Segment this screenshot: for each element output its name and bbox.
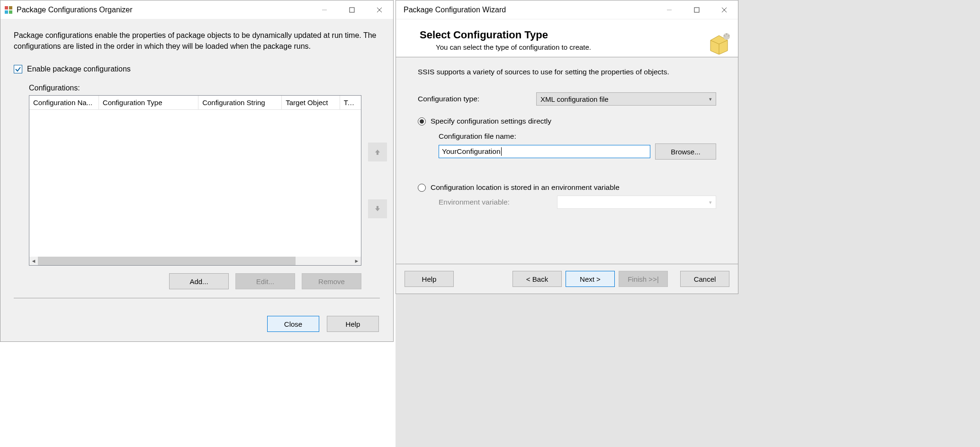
file-label: Configuration file name: (439, 132, 716, 141)
organizer-titlebar[interactable]: Package Configurations Organizer (0, 0, 393, 19)
close-button[interactable] (710, 0, 738, 19)
svg-rect-0 (5, 6, 8, 9)
grid-body[interactable] (29, 110, 361, 257)
scroll-track[interactable] (38, 257, 352, 265)
close-main-button[interactable]: Close (267, 316, 319, 332)
enable-label: Enable package configurations (27, 65, 131, 73)
scroll-right-icon[interactable]: ► (352, 257, 361, 265)
cancel-button[interactable]: Cancel (680, 271, 729, 287)
config-type-combo[interactable]: XML configuration file ▾ (536, 92, 716, 106)
organizer-footer: Close Help (14, 316, 380, 332)
minimize-button[interactable] (656, 0, 683, 19)
chevron-down-icon: ▾ (709, 96, 712, 102)
wizard-window-buttons (656, 0, 738, 19)
col-type[interactable]: Configuration Type (99, 96, 198, 109)
wizard-body: SSIS supports a variety of sources to us… (396, 57, 738, 264)
direct-radio-row[interactable]: Specify configuration settings directly (418, 117, 716, 125)
organizer-title: Package Configurations Organizer (17, 6, 133, 14)
col-targprop[interactable]: Targ (340, 96, 361, 109)
config-type-row: Configuration type: XML configuration fi… (418, 92, 716, 106)
organizer-body: Package configurations enable the proper… (0, 19, 393, 341)
browse-button[interactable]: Browse... (655, 143, 716, 160)
col-target[interactable]: Target Object (282, 96, 340, 109)
backdrop (396, 294, 738, 447)
svg-rect-3 (9, 10, 12, 14)
move-down-button[interactable] (368, 199, 387, 218)
direct-radio-label: Specify configuration settings directly (431, 117, 551, 125)
organizer-window: Package Configurations Organizer Package… (0, 0, 394, 342)
direct-radio[interactable] (418, 117, 426, 125)
grid-header: Configuration Na... Configuration Type C… (29, 96, 361, 110)
help-main-button[interactable]: Help (327, 316, 379, 332)
wizard-title: Package Configuration Wizard (404, 6, 506, 14)
wizard-footer: Help < Back Next > Finish >>| Cancel (396, 264, 738, 294)
maximize-button[interactable] (683, 0, 710, 19)
package-icon (707, 32, 731, 54)
env-radio-label: Configuration location is stored in an e… (431, 183, 620, 192)
scroll-thumb[interactable] (38, 257, 296, 265)
wizard-sub: You can select the type of configuration… (436, 43, 727, 51)
env-radio[interactable] (418, 184, 426, 192)
enable-checkbox[interactable] (14, 65, 22, 73)
scroll-left-icon[interactable]: ◄ (29, 257, 38, 265)
wizard-window: Package Configuration Wizard Select Conf… (396, 0, 738, 294)
file-name-input[interactable]: YourConfiguration (439, 145, 650, 158)
intro-text: Package configurations enable the proper… (14, 30, 378, 52)
maximize-button[interactable] (338, 0, 366, 19)
grid-hscroll[interactable]: ◄ ► (29, 257, 361, 265)
remove-button: Remove (302, 273, 361, 289)
help-button[interactable]: Help (405, 271, 454, 287)
next-button[interactable]: Next > (566, 271, 615, 287)
grid-buttons: Add... Edit... Remove (29, 273, 361, 289)
support-text: SSIS supports a variety of sources to us… (418, 68, 716, 76)
svg-rect-5 (350, 8, 354, 12)
wizard-heading: Select Configuration Type (420, 29, 727, 41)
text-cursor (501, 147, 502, 156)
enable-checkbox-row[interactable]: Enable package configurations (14, 65, 380, 73)
wizard-titlebar[interactable]: Package Configuration Wizard (396, 0, 738, 19)
reorder-buttons (368, 95, 387, 266)
close-button[interactable] (366, 0, 393, 19)
config-type-label: Configuration type: (418, 95, 527, 103)
backdrop (738, 0, 980, 447)
configs-label: Configurations: (29, 84, 380, 92)
env-combo: ▾ (557, 196, 716, 209)
svg-rect-2 (5, 10, 8, 14)
back-button[interactable]: < Back (512, 271, 562, 287)
col-string[interactable]: Configuration String (198, 96, 282, 109)
edit-button: Edit... (235, 273, 295, 289)
env-label: Environment variable: (439, 198, 548, 206)
separator (14, 298, 380, 298)
config-grid[interactable]: Configuration Na... Configuration Type C… (29, 95, 361, 266)
svg-rect-1 (9, 6, 12, 9)
config-type-value: XML configuration file (540, 95, 609, 103)
env-radio-row[interactable]: Configuration location is stored in an e… (418, 183, 716, 192)
col-name[interactable]: Configuration Na... (29, 96, 99, 109)
app-icon (4, 6, 13, 14)
env-row: Environment variable: ▾ (439, 196, 716, 209)
add-button[interactable]: Add... (169, 273, 229, 289)
minimize-button[interactable] (311, 0, 338, 19)
finish-button: Finish >>| (619, 271, 668, 287)
file-name-value: YourConfiguration (442, 147, 501, 156)
file-row: YourConfiguration Browse... (439, 143, 716, 160)
move-up-button[interactable] (368, 143, 387, 161)
svg-rect-9 (694, 8, 699, 12)
wizard-header: Select Configuration Type You can select… (396, 19, 738, 57)
chevron-down-icon: ▾ (709, 199, 712, 206)
organizer-window-buttons (311, 0, 393, 19)
